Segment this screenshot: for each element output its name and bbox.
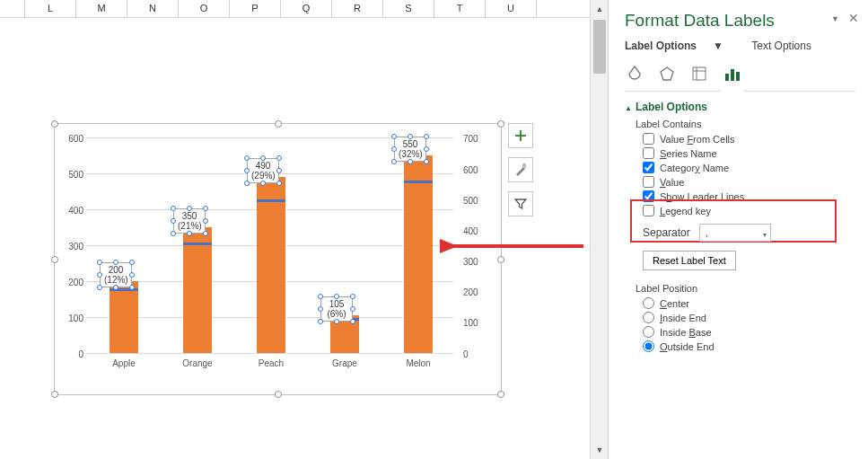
y2-tick: 200: [463, 287, 488, 297]
chart-elements-button[interactable]: [508, 123, 533, 148]
mark-melon[interactable]: [404, 181, 433, 183]
bar-melon[interactable]: [404, 155, 433, 353]
col-P[interactable]: P: [230, 0, 281, 17]
col-S[interactable]: S: [383, 0, 434, 17]
y-tick: 600: [62, 134, 83, 144]
dl-pct: (6%): [327, 309, 346, 319]
chart-handle[interactable]: [275, 391, 282, 398]
dl-pct: (29%): [251, 171, 276, 181]
svg-rect-3: [693, 67, 706, 80]
pane-options-icon[interactable]: ▼: [831, 14, 839, 23]
data-label-grape[interactable]: 105 (6%): [320, 296, 353, 322]
format-data-labels-pane: ▼ ✕ Format Data Labels Label Options▼ Te…: [608, 0, 868, 459]
opt-legend-key[interactable]: Legend key: [643, 205, 855, 216]
dl-pct: (12%): [104, 275, 128, 285]
bar-orange[interactable]: [183, 227, 212, 353]
checkbox[interactable]: [643, 133, 654, 145]
data-label-apple[interactable]: 200 (12%): [100, 262, 132, 287]
dl-value: 550: [403, 139, 418, 149]
col-M[interactable]: M: [76, 0, 127, 17]
chart-handle[interactable]: [51, 120, 58, 128]
pos-center[interactable]: Center: [643, 297, 855, 309]
bar-apple[interactable]: [110, 281, 138, 353]
x-tick: Peach: [244, 358, 298, 368]
col-O[interactable]: O: [179, 0, 230, 17]
worksheet-area[interactable]: 0 100 200 300 400 500 600 0 100 200 300 …: [0, 18, 590, 459]
col-U[interactable]: U: [486, 0, 537, 17]
chart-handle[interactable]: [497, 391, 504, 398]
pos-inside-end[interactable]: Inside End: [643, 312, 855, 323]
checkbox[interactable]: [643, 147, 654, 159]
separator-label: Separator: [643, 226, 690, 239]
col-Q[interactable]: Q: [281, 0, 332, 17]
opt-show-leader-lines[interactable]: Show Leader Lines: [643, 190, 855, 202]
y2-tick: 400: [463, 226, 488, 236]
opt-value-from-cells[interactable]: Value From Cells: [643, 133, 855, 145]
data-label-orange[interactable]: 350 (21%): [173, 208, 206, 234]
chart-object[interactable]: 0 100 200 300 400 500 600 0 100 200 300 …: [54, 123, 502, 395]
chart-handle[interactable]: [497, 256, 504, 263]
chart-handle[interactable]: [51, 256, 58, 263]
scroll-down-icon[interactable]: ▼: [591, 441, 609, 459]
svg-marker-2: [661, 67, 673, 80]
label-options-icon[interactable]: [722, 64, 741, 84]
y-tick: 100: [62, 313, 83, 323]
tab-label-options[interactable]: Label Options▼: [625, 40, 739, 52]
fill-line-icon[interactable]: [625, 64, 644, 84]
column-header-row: L M N O P Q R S T U: [0, 0, 590, 18]
scroll-thumb[interactable]: [593, 20, 606, 74]
effects-icon[interactable]: [657, 64, 677, 84]
size-props-icon[interactable]: [689, 64, 709, 84]
checkbox[interactable]: [643, 176, 654, 188]
chart-filters-button[interactable]: [508, 191, 533, 216]
chart-styles-button[interactable]: [508, 157, 533, 182]
pos-inside-base[interactable]: Inside Base: [643, 326, 855, 338]
radio[interactable]: [643, 312, 654, 323]
pos-outside-end[interactable]: Outside End: [643, 340, 855, 352]
tab-label: Label Options: [625, 40, 697, 52]
y2-tick: 0: [463, 349, 488, 359]
checkbox[interactable]: [643, 162, 654, 173]
y2-tick: 600: [463, 165, 488, 175]
col-L[interactable]: L: [25, 0, 76, 17]
dl-pct: (21%): [178, 221, 202, 231]
dl-value: 105: [329, 299, 345, 309]
col-R[interactable]: R: [332, 0, 383, 17]
vertical-scrollbar[interactable]: ▲ ▼: [590, 0, 608, 459]
scroll-up-icon[interactable]: ▲: [591, 0, 609, 18]
mark-peach[interactable]: [257, 199, 285, 202]
radio[interactable]: [643, 297, 654, 309]
data-label-peach[interactable]: 490 (29%): [247, 158, 279, 183]
chart-handle[interactable]: [497, 120, 504, 128]
x-tick: Grape: [318, 358, 372, 368]
opt-category-name[interactable]: Category Name: [643, 162, 855, 173]
chart-handle[interactable]: [51, 391, 58, 398]
x-tick: Melon: [391, 358, 445, 368]
y2-tick: 500: [463, 196, 488, 206]
chart-handle[interactable]: [275, 120, 282, 128]
col-T[interactable]: T: [434, 0, 486, 17]
close-icon[interactable]: ✕: [848, 11, 859, 25]
data-label-melon[interactable]: 550 (32%): [394, 137, 426, 162]
y2-tick: 700: [463, 134, 488, 144]
checkbox[interactable]: [643, 190, 654, 202]
svg-rect-4: [725, 74, 729, 81]
dl-pct: (32%): [399, 149, 423, 159]
tab-text-options[interactable]: Text Options: [751, 40, 811, 52]
section-label-options[interactable]: Label Options: [625, 101, 855, 113]
y-tick: 200: [62, 278, 83, 287]
opt-value[interactable]: Value: [643, 176, 855, 188]
y2-tick: 300: [463, 257, 488, 267]
radio[interactable]: [643, 326, 654, 338]
separator-select[interactable]: ,: [699, 224, 771, 242]
bar-peach[interactable]: [257, 177, 285, 353]
reset-label-text-button[interactable]: Reset Label Text: [643, 251, 736, 270]
checkbox[interactable]: [643, 205, 654, 216]
radio[interactable]: [643, 340, 654, 352]
y-tick: 0: [62, 349, 83, 359]
mark-orange[interactable]: [183, 243, 212, 245]
col-N[interactable]: N: [127, 0, 179, 17]
svg-rect-5: [731, 69, 734, 81]
svg-rect-6: [736, 72, 740, 81]
opt-series-name[interactable]: Series Name: [643, 147, 855, 159]
